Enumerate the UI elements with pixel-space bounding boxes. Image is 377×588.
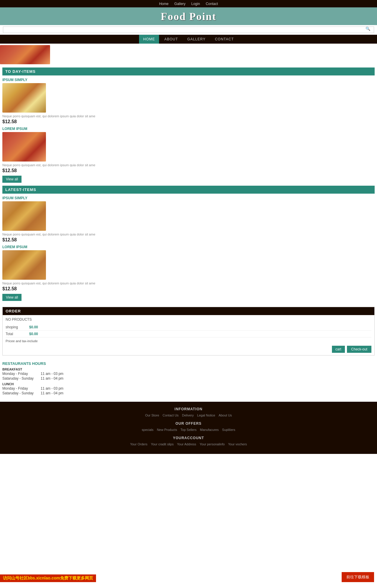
top-bar: Home Gallery Login Contact [0,0,377,7]
shoping-label: shoping [6,325,29,329]
today-item-1-title: IPSUM SIMPLY [2,78,375,82]
lunch-time-1: 11 am - 04 pm [41,391,63,395]
footer-your-address[interactable]: Your Address [177,442,196,446]
breakfast-time-1: 11 am - 04 pm [41,376,63,381]
information-title: INFORMATION [3,407,374,411]
hero-image [0,45,50,64]
today-item-1-price: $12.58 [2,119,375,124]
order-shoping-row: shoping $0.00 [6,324,371,331]
latest-item-1-image [2,201,46,231]
no-products-label: NO PRODUCTS [6,317,371,322]
lunch-day-1: Sataruday - Sunday [2,391,41,395]
footer-manufacures[interactable]: Manufacures [200,428,219,431]
latest-item-1-desc: Neque porro quisquam est, qui dolorem ip… [2,233,375,236]
lunch-time-0: 11 am - 03 pm [41,386,63,391]
breakfast-row-1: Sataruday - Sunday 11 am - 04 pm [2,376,375,381]
total-label: Total [6,332,29,336]
today-item-2: LOREM IPSUM Neque porro quisquam est, qu… [2,127,375,173]
topbar-login[interactable]: Login [191,2,200,6]
latest-item-1-price: $12.58 [2,237,375,243]
breakfast-row-0: Monday - Friday 11 am - 03 pm [2,372,375,376]
lunch-day-0: Monday - Friday [2,386,41,391]
account-links: Your Orders Your cradit slips Your Addre… [3,442,374,446]
today-item-1: IPSUM SIMPLY Neque porro quisquam est, q… [2,78,375,124]
search-button[interactable]: 🔍 [366,27,371,31]
order-total-row: Total $0.00 [6,331,371,337]
today-view-all-button[interactable]: View all [2,176,22,183]
footer-specials[interactable]: specials [142,428,153,431]
today-item-2-title: LOREM IPSUM [2,127,375,131]
search-input[interactable] [3,27,374,33]
order-section: ORDER NO PRODUCTS shoping $0.00 Total $0… [2,307,375,355]
footer-top-sellers[interactable]: Top Sellers [181,428,196,431]
information-links: Our Store Contact Us Delivery Legal Noti… [3,413,374,417]
offers-links: specials New Products Top Sellers Manufa… [3,427,374,432]
offers-title: OUR OFFERS [3,421,374,426]
nav-contact[interactable]: CONTACT [211,35,238,44]
site-title: Food Point [161,11,216,22]
footer-account: YOURACCOUNT Your Orders Your cradit slip… [3,436,374,446]
footer-offers: OUR OFFERS specials New Products Top Sel… [3,421,374,432]
footer-delivery[interactable]: Delivery [182,414,194,417]
footer-about-us[interactable]: About Us [219,414,232,417]
price-note: Pricee and tax-include [6,339,371,343]
breakfast-day-1: Sataruday - Sunday [2,376,41,381]
latest-section-header: LATEST-ITEMS [2,186,375,194]
hero-section [0,44,377,67]
footer-legal-notice[interactable]: Legal Notice [197,414,215,417]
total-value: $0.00 [29,332,38,336]
footer-your-orders[interactable]: Your Orders [130,442,148,446]
nav-about[interactable]: ABOUT [160,35,182,44]
site-header: Food Point [0,7,377,25]
order-buttons: cart Check-out [6,346,371,353]
account-title: YOURACCOUNT [3,436,374,440]
today-item-2-desc: Neque porro quisquam est, qui dolorem ip… [2,163,375,167]
latest-item-1-title: IPSUM SIMPLY [2,196,375,200]
latest-view-all-button[interactable]: View all [2,294,22,301]
latest-item-2-desc: Neque porro quisquam est, qui dolorem ip… [2,281,375,285]
footer-supliliers[interactable]: Supliliers [222,428,235,431]
main-nav: HOME ABOUT GALLERY CONTACT [0,35,377,44]
topbar-contact[interactable]: Contact [206,2,218,6]
nav-home[interactable]: HOME [139,35,159,44]
footer-credit-slips[interactable]: Your cradit slips [151,442,173,446]
search-bar: 🔍 [0,25,377,35]
today-item-2-image [2,132,46,162]
shoping-value: $0.00 [29,325,38,329]
lunch-row-1: Sataruday - Sunday 11 am - 04 pm [2,391,375,395]
checkout-button[interactable]: Check-out [347,346,371,353]
footer-new-products[interactable]: New Products [157,428,177,431]
footer: INFORMATION Our Store Contact Us Deliver… [0,402,377,454]
latest-item-2: LOREM IPSUM Neque porro quisquam est, qu… [2,245,375,291]
footer-personal-info[interactable]: Your personalinfo [200,442,225,446]
cart-button[interactable]: cart [332,346,345,353]
lunch-row-0: Monday - Friday 11 am - 03 pm [2,386,375,391]
nav-gallery[interactable]: GALLERY [183,35,210,44]
today-item-1-desc: Neque porro quisquam est, qui dolorem ip… [2,114,375,118]
main-content: TO DAY-ITEMS IPSUM SIMPLY Neque porro qu… [0,67,377,399]
latest-item-1: IPSUM SIMPLY Neque porro quisquam est, q… [2,196,375,243]
breakfast-label: BREAKFAST [2,368,375,371]
latest-item-2-title: LOREM IPSUM [2,245,375,249]
today-item-1-image [2,83,46,113]
footer-contact-us[interactable]: Contact Us [163,414,178,417]
footer-information: INFORMATION Our Store Contact Us Deliver… [3,407,374,417]
lunch-label: LUNCH [2,382,375,386]
breakfast-time-0: 11 am - 03 pm [41,372,63,376]
hours-title: RESTAURANTS HOURS [2,361,375,366]
order-header: ORDER [3,307,374,315]
breakfast-day-0: Monday - Friday [2,372,41,376]
latest-item-2-image [2,250,46,280]
hours-section: RESTAURANTS HOURS BREAKFAST Monday - Fri… [2,358,375,399]
topbar-gallery[interactable]: Gallery [174,2,186,6]
topbar-home[interactable]: Home [159,2,168,6]
footer-vochers[interactable]: Your vochers [228,442,247,446]
footer-our-store[interactable]: Our Store [145,414,159,417]
latest-item-2-price: $12.58 [2,286,375,291]
today-section-header: TO DAY-ITEMS [2,67,375,75]
today-item-2-price: $12.58 [2,168,375,173]
